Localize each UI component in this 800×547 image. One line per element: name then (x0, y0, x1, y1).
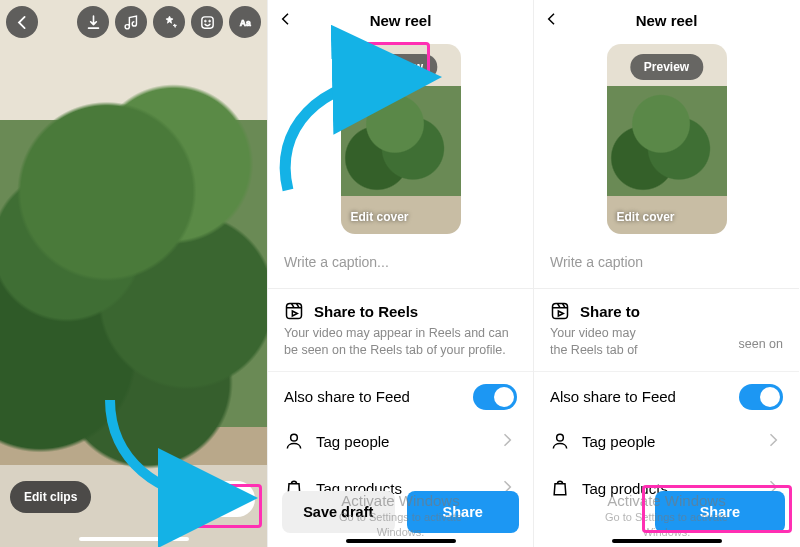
caption-input[interactable]: Write a caption (534, 240, 799, 289)
sticker-icon[interactable] (191, 6, 223, 38)
edit-cover-button[interactable]: Edit cover (617, 210, 675, 224)
tag-people-row[interactable]: Tag people (534, 418, 799, 465)
share-button[interactable]: Share (655, 491, 785, 533)
tag-people-label: Tag people (582, 433, 655, 450)
person-icon (550, 431, 570, 451)
seen-on-text: seen on (739, 337, 783, 351)
edit-clips-button[interactable]: Edit clips (10, 481, 91, 513)
home-indicator (79, 537, 189, 541)
also-share-feed-row: Also share to Feed (534, 372, 799, 418)
also-share-label: Also share to Feed (550, 388, 676, 405)
caption-input[interactable]: Write a caption... (268, 240, 533, 289)
also-share-feed-row: Also share to Feed (268, 372, 533, 418)
new-reel-panel-b: New reel Preview Edit cover Write a capt… (533, 0, 799, 547)
editor-panel: Aa Edit clips Next (0, 0, 267, 547)
also-share-toggle[interactable] (739, 384, 783, 410)
back-button[interactable] (544, 11, 560, 30)
svg-rect-0 (201, 16, 212, 27)
cover-thumbnail[interactable]: Preview Edit cover (341, 44, 461, 234)
reels-icon (550, 301, 570, 321)
chevron-right-icon (227, 492, 241, 506)
header: New reel (534, 0, 799, 40)
back-button[interactable] (278, 11, 294, 30)
next-button-label: Next (193, 491, 223, 507)
home-indicator (346, 539, 456, 543)
editor-preview-image (0, 0, 267, 547)
svg-point-2 (208, 20, 210, 22)
page-title: New reel (560, 12, 773, 29)
editor-topbar: Aa (6, 6, 261, 38)
share-section-title: Share to Reels (314, 303, 418, 320)
page-title: New reel (294, 12, 507, 29)
header: New reel (268, 0, 533, 40)
preview-button[interactable]: Preview (364, 54, 437, 80)
next-button[interactable]: Next (175, 481, 255, 517)
effects-icon[interactable] (153, 6, 185, 38)
bottom-bar: Share (534, 491, 799, 533)
tag-people-label: Tag people (316, 433, 389, 450)
new-reel-panel-a: New reel Preview Edit cover Write a capt… (267, 0, 533, 547)
svg-text:Aa: Aa (239, 18, 250, 28)
share-section-subtitle: Your video may appear in Reels and can b… (284, 325, 517, 359)
edit-cover-button[interactable]: Edit cover (351, 210, 409, 224)
download-icon[interactable] (77, 6, 109, 38)
text-icon[interactable]: Aa (229, 6, 261, 38)
svg-point-7 (557, 435, 564, 442)
share-button[interactable]: Share (407, 491, 520, 533)
svg-point-5 (291, 435, 298, 442)
person-icon (284, 431, 304, 451)
svg-point-1 (204, 20, 206, 22)
chevron-right-icon (763, 430, 783, 453)
share-to-section: Share to Your video may the Reels tab of… (534, 289, 799, 372)
share-section-title: Share to (580, 303, 640, 320)
cover-thumbnail[interactable]: Preview Edit cover (607, 44, 727, 234)
also-share-toggle[interactable] (473, 384, 517, 410)
music-icon[interactable] (115, 6, 147, 38)
tag-people-row[interactable]: Tag people (268, 418, 533, 465)
preview-button[interactable]: Preview (630, 54, 703, 80)
home-indicator (612, 539, 722, 543)
chevron-right-icon (497, 430, 517, 453)
bottom-bar: Save draft Share (268, 491, 533, 533)
share-to-reels-section: Share to Reels Your video may appear in … (268, 289, 533, 372)
reels-icon (284, 301, 304, 321)
back-icon[interactable] (6, 6, 38, 38)
save-draft-button[interactable]: Save draft (282, 491, 395, 533)
also-share-label: Also share to Feed (284, 388, 410, 405)
